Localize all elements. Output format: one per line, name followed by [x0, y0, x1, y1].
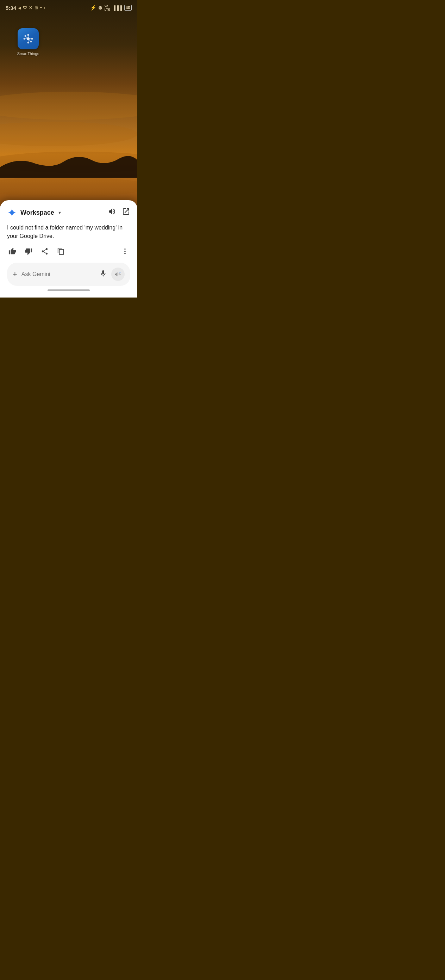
- svg-rect-24: [119, 273, 120, 276]
- share-button[interactable]: [41, 247, 49, 257]
- gemini-card: Workspace ▾: [0, 200, 137, 298]
- gemini-message: I could not find a folder named 'my wedd…: [7, 223, 130, 240]
- wifi-icon: ⊛: [98, 5, 103, 11]
- location-icon: ◂: [18, 5, 21, 11]
- volte-icon: VoLTE: [105, 4, 110, 11]
- svg-point-19: [124, 251, 126, 252]
- svg-point-3: [0, 177, 137, 197]
- gemini-star-icon: [7, 208, 17, 218]
- thumbs-up-button[interactable]: [8, 247, 16, 257]
- dot-single-icon: ●: [44, 6, 46, 10]
- svg-line-17: [29, 40, 30, 41]
- svg-point-1: [0, 122, 137, 146]
- svg-rect-25: [120, 274, 121, 275]
- hills-silhouette: [0, 150, 137, 178]
- twitter-x-icon: ✕: [29, 5, 32, 10]
- workspace-title: Workspace: [21, 209, 54, 216]
- card-header: Workspace ▾: [7, 207, 130, 218]
- svg-rect-23: [117, 272, 118, 276]
- status-time: 5:34 ◂ 🛡 ✕ ⊞ ·· ●: [6, 5, 46, 11]
- smartthings-app[interactable]: SmartThings: [14, 28, 42, 56]
- header-left: Workspace ▾: [7, 208, 61, 218]
- svg-point-11: [30, 41, 32, 43]
- svg-point-8: [24, 38, 25, 40]
- shield-icon: 🛡: [23, 6, 27, 10]
- workspace-chevron[interactable]: ▾: [59, 210, 61, 215]
- time-display: 5:34: [6, 5, 16, 11]
- signal-icon: ▐▐▐: [112, 5, 122, 11]
- thumbs-down-button[interactable]: [25, 247, 32, 257]
- svg-point-18: [124, 248, 126, 250]
- ask-gemini-input[interactable]: [22, 271, 95, 277]
- smartthings-label: SmartThings: [17, 51, 39, 56]
- battery-icon: 40: [124, 5, 131, 11]
- header-right: [108, 207, 130, 218]
- notification-icon: ⊞: [35, 6, 38, 10]
- svg-point-7: [27, 42, 29, 44]
- home-screen: SmartThings: [0, 21, 137, 63]
- svg-line-16: [26, 37, 27, 38]
- action-row: [7, 247, 130, 257]
- more-options-button[interactable]: [121, 247, 129, 257]
- open-external-icon[interactable]: [122, 207, 130, 218]
- action-icons-left: [8, 247, 65, 257]
- svg-rect-21: [116, 274, 116, 275]
- gemini-audio-button[interactable]: [111, 267, 125, 281]
- microphone-button[interactable]: [99, 270, 107, 279]
- sound-icon[interactable]: [108, 207, 116, 218]
- svg-point-10: [25, 35, 26, 37]
- home-indicator: [48, 290, 90, 291]
- svg-point-6: [27, 34, 29, 36]
- copy-button[interactable]: [57, 247, 65, 257]
- smartthings-icon[interactable]: [17, 28, 39, 49]
- svg-rect-22: [117, 273, 117, 276]
- svg-point-20: [124, 253, 126, 255]
- smartthings-logo-svg: [22, 32, 35, 45]
- bluetooth-icon: ⚡: [90, 5, 96, 11]
- add-button[interactable]: +: [13, 270, 17, 279]
- svg-point-9: [31, 38, 33, 40]
- ask-input-area[interactable]: +: [7, 262, 130, 286]
- dots-icon: ··: [40, 5, 41, 11]
- status-right-icons: ⚡ ⊛ VoLTE ▐▐▐ 40: [90, 4, 131, 11]
- gemini-panel: Workspace ▾: [0, 200, 137, 298]
- status-bar: 5:34 ◂ 🛡 ✕ ⊞ ·· ● ⚡ ⊛ VoLTE ▐▐▐ 40: [0, 0, 137, 16]
- svg-point-0: [0, 92, 137, 120]
